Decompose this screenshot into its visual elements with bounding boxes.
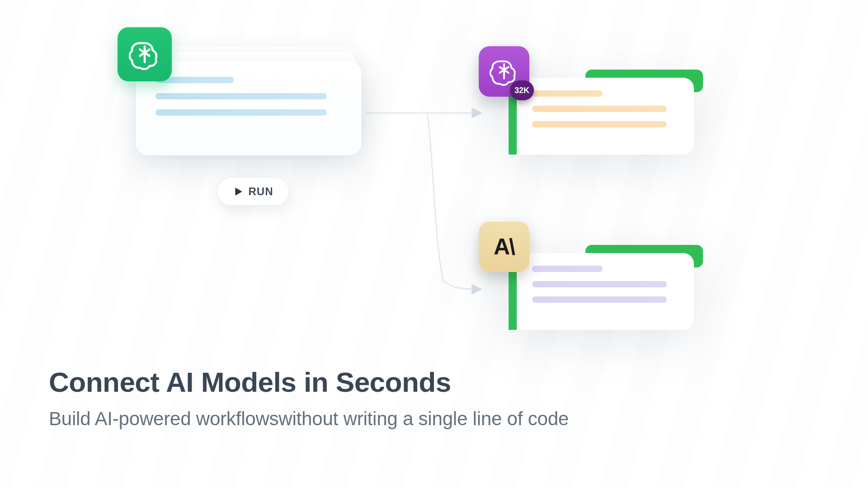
output-bottom-body <box>509 253 694 330</box>
run-button[interactable]: RUN <box>217 178 289 206</box>
placeholder-line <box>532 90 603 97</box>
placeholder-line <box>532 121 667 127</box>
anthropic-logo-text: A\ <box>494 234 514 260</box>
placeholder-line <box>532 296 667 303</box>
output-top-body <box>509 78 694 155</box>
play-icon <box>233 187 243 197</box>
run-button-label: RUN <box>249 185 274 198</box>
openai-icon <box>118 27 172 81</box>
placeholder-line <box>532 106 667 112</box>
headline-subtitle: Build AI-powered workflowswithout writin… <box>49 408 819 430</box>
openai-32k-icon: 32K <box>479 46 529 97</box>
headline: Connect AI Models in Seconds Build AI-po… <box>49 366 819 430</box>
placeholder-line <box>532 266 603 272</box>
context-size-badge: 32K <box>510 80 534 100</box>
output-node-bottom[interactable]: A\ <box>509 253 694 330</box>
source-node[interactable] <box>127 41 371 176</box>
output-node-top[interactable]: 32K <box>509 78 694 155</box>
placeholder-line <box>156 109 327 116</box>
anthropic-icon: A\ <box>479 221 529 272</box>
placeholder-line <box>156 93 327 99</box>
placeholder-line <box>532 281 667 287</box>
headline-title: Connect AI Models in Seconds <box>49 366 819 398</box>
